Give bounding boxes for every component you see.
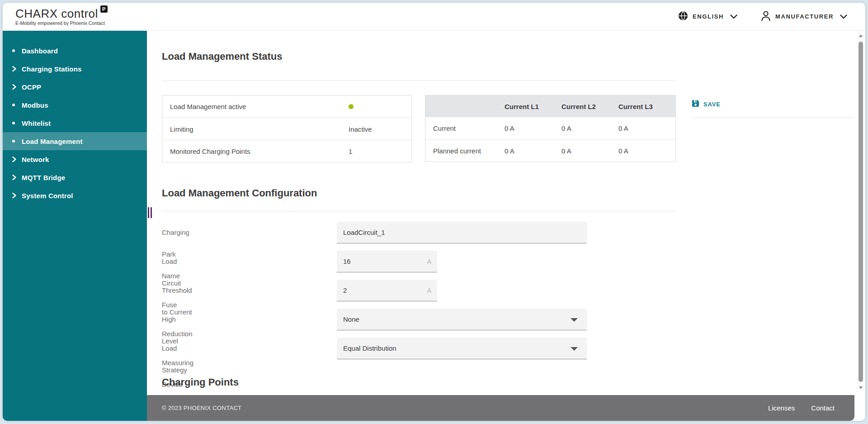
- cell-value: 0 A: [561, 124, 618, 132]
- unit-label: A: [427, 280, 431, 301]
- chevron-right-icon: [12, 175, 22, 180]
- sidebar-item-load-management[interactable]: Load Management: [3, 132, 147, 150]
- high-level-measuring-device-select[interactable]: None: [337, 309, 587, 330]
- sidebar-item-label: Load Management: [22, 138, 83, 145]
- sidebar-item-mqtt-bridge[interactable]: MQTT Bridge: [3, 168, 147, 186]
- status-label: Limiting: [170, 125, 349, 133]
- sidebar-item-label: MQTT Bridge: [22, 174, 65, 181]
- unit-label: A: [427, 251, 431, 272]
- status-value: Inactive: [349, 125, 372, 133]
- logo-subtitle: E-Mobility empowered by Phoenix Contact: [15, 20, 108, 26]
- cell-value: 0 A: [505, 147, 561, 155]
- top-header: CHARX control P E-Mobility empowered by …: [3, 3, 865, 31]
- cell-value: 0 A: [561, 147, 618, 155]
- page-title-status: Load Management Status: [162, 49, 282, 64]
- table-row: Monitored Charging Points 1: [162, 140, 411, 162]
- user-menu[interactable]: MANUFACTURER: [761, 10, 847, 23]
- sidebar-item-charging-stations[interactable]: Charging Stations: [3, 60, 147, 78]
- divider: [692, 118, 854, 118]
- sidebar-item-label: Charging Stations: [22, 65, 82, 73]
- status-value: 1: [349, 148, 352, 155]
- table-header-row: Current L1 Current L2 Current L3: [425, 95, 675, 117]
- sidebar-item-whitelist[interactable]: Whitelist: [3, 114, 147, 132]
- load-circuit-fuse-input[interactable]: [337, 251, 437, 272]
- chevron-right-icon: [12, 157, 22, 162]
- app-logo: CHARX control P E-Mobility empowered by …: [15, 7, 108, 26]
- bullet-icon: [12, 104, 22, 106]
- scrollbar-thumb[interactable]: [859, 42, 863, 382]
- sidebar-nav: Dashboard Charging Stations OCPP Modbus …: [3, 31, 147, 421]
- globe-icon: [678, 11, 688, 23]
- cell-value: 0 A: [505, 124, 561, 132]
- chevron-right-icon: [12, 193, 22, 198]
- user-label: MANUFACTURER: [775, 13, 834, 20]
- current-table: Current L1 Current L2 Current L3 Current…: [425, 95, 676, 162]
- column-header: Current L1: [505, 103, 561, 110]
- page-title-charging-points: Charging Points: [162, 375, 239, 390]
- bullet-icon: [12, 140, 22, 143]
- chevron-down-icon: [730, 13, 737, 21]
- divider: [162, 211, 676, 211]
- licenses-link[interactable]: Licenses: [768, 404, 795, 412]
- sidebar-item-label: System Control: [22, 192, 73, 200]
- sidebar-item-modbus[interactable]: Modbus: [3, 96, 147, 114]
- chevron-right-icon: [12, 66, 22, 71]
- sidebar-item-label: Whitelist: [22, 119, 51, 127]
- person-icon: [761, 10, 771, 23]
- sidebar-item-label: OCPP: [22, 83, 41, 91]
- table-row: Load Management active: [162, 95, 411, 118]
- scroll-down-arrow-icon[interactable]: [859, 386, 863, 389]
- sidebar-resize-handle[interactable]: [148, 207, 152, 218]
- load-strategy-select[interactable]: Equal Distribution: [337, 338, 587, 359]
- table-row: Limiting Inactive: [162, 118, 411, 140]
- vertical-scrollbar[interactable]: [857, 31, 863, 392]
- bullet-icon: [12, 49, 22, 52]
- row-label: Planned current: [425, 147, 505, 155]
- language-menu[interactable]: ENGLISH: [678, 11, 737, 23]
- cell-value: 0 A: [618, 124, 675, 132]
- page-footer: © 2023 PHOENIX CONTACT Licenses Contact: [147, 395, 854, 421]
- chevron-right-icon: [12, 84, 22, 90]
- logo-title: CHARX control: [15, 7, 98, 20]
- divider: [162, 81, 676, 81]
- dropdown-caret-icon: [571, 347, 578, 351]
- sidebar-item-label: Dashboard: [22, 47, 58, 55]
- save-button[interactable]: SAVE: [692, 100, 721, 109]
- dropdown-caret-icon: [571, 318, 578, 322]
- save-button-label: SAVE: [703, 101, 721, 108]
- page-title-configuration: Load Management Configuration: [162, 186, 317, 201]
- sidebar-item-dashboard[interactable]: Dashboard: [3, 42, 147, 60]
- sidebar-item-label: Network: [22, 156, 49, 163]
- cell-value: 0 A: [618, 147, 675, 155]
- phoenix-contact-logo-icon: P: [100, 5, 108, 13]
- language-label: ENGLISH: [693, 13, 724, 20]
- charging-park-name-input[interactable]: [337, 222, 587, 243]
- threshold-current-reduction-input[interactable]: [337, 280, 437, 301]
- status-table: Load Management active Limiting Inactive…: [162, 95, 412, 162]
- contact-link[interactable]: Contact: [811, 404, 835, 412]
- main-content: Load Management Status Load Management a…: [147, 31, 865, 421]
- column-header: Current L2: [561, 103, 618, 110]
- row-label: Current: [425, 124, 505, 132]
- selected-option: Equal Distribution: [343, 344, 396, 352]
- sidebar-item-label: Modbus: [22, 101, 48, 109]
- table-row: Current 0 A 0 A 0 A: [425, 117, 675, 139]
- table-row: Planned current 0 A 0 A 0 A: [425, 139, 675, 162]
- status-label: Load Management active: [170, 103, 349, 110]
- sidebar-item-system-control[interactable]: System Control: [3, 186, 147, 205]
- selected-option: None: [343, 315, 359, 323]
- copyright-text: © 2023 PHOENIX CONTACT: [162, 405, 241, 411]
- active-status-indicator-icon: [349, 104, 354, 109]
- status-label: Monitored Charging Points: [170, 148, 349, 155]
- app-window: CHARX control P E-Mobility empowered by …: [3, 3, 865, 421]
- chevron-down-icon: [840, 13, 847, 21]
- scroll-up-arrow-icon[interactable]: [859, 34, 863, 37]
- sidebar-item-network[interactable]: Network: [3, 150, 147, 168]
- save-icon: [692, 100, 699, 109]
- bullet-icon: [12, 122, 22, 124]
- sidebar-item-ocpp[interactable]: OCPP: [3, 78, 147, 96]
- column-header: Current L3: [618, 103, 675, 110]
